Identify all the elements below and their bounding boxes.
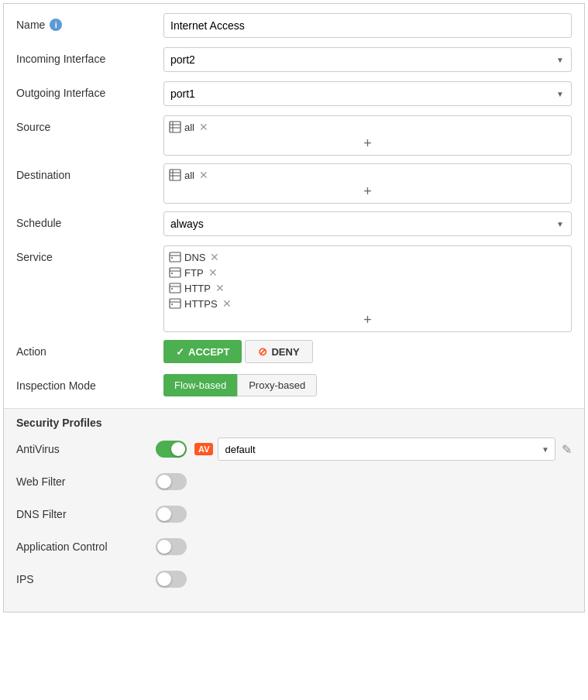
dns-filter-label: DNS Filter <box>16 508 156 520</box>
service-http-text: HTTP <box>184 283 211 294</box>
svg-point-10 <box>171 257 173 259</box>
destination-label: Destination <box>16 163 163 181</box>
destination-tag-container: all ✕ + <box>163 163 572 204</box>
antivirus-toggle[interactable] <box>156 441 187 458</box>
antivirus-toggle-knob <box>171 442 185 456</box>
deny-circle-icon: ⊘ <box>258 345 267 358</box>
service-row: Service DNS ✕ <box>16 245 572 332</box>
antivirus-row: AntiVirus AV default strict custom ✎ <box>16 437 572 462</box>
name-input[interactable] <box>163 13 572 38</box>
proxy-based-button[interactable]: Proxy-based <box>237 374 317 396</box>
ips-row: IPS <box>16 567 572 592</box>
destination-tag-all: all ✕ <box>169 169 210 181</box>
app-control-toggle[interactable] <box>156 538 187 555</box>
dns-filter-toggle[interactable] <box>156 506 187 523</box>
schedule-select-wrapper: always once recurring <box>163 211 572 236</box>
schedule-field: always once recurring <box>163 211 572 236</box>
name-info-icon[interactable]: i <box>50 19 62 31</box>
flow-based-button[interactable]: Flow-based <box>163 374 237 396</box>
incoming-interface-select-wrapper: port2 port1 port3 <box>163 47 572 72</box>
service-https-close[interactable]: ✕ <box>221 297 233 310</box>
service-ftp-text: FTP <box>184 267 204 279</box>
service-https-icon <box>169 297 181 310</box>
source-field: all ✕ + <box>163 115 572 156</box>
policy-form: Name i Incoming Interface port2 port1 po… <box>3 3 585 612</box>
schedule-label-text: Schedule <box>16 217 61 229</box>
service-label-text: Service <box>16 251 53 263</box>
dns-filter-toggle-knob <box>157 507 171 521</box>
service-http-icon <box>169 282 181 294</box>
accept-button[interactable]: ✓ ACCEPT <box>163 340 242 363</box>
service-https-text: HTTPS <box>184 298 218 310</box>
service-tag-https: HTTPS ✕ <box>169 297 233 310</box>
destination-all-close[interactable]: ✕ <box>198 169 210 181</box>
ips-toggle-knob <box>157 572 171 586</box>
service-http-close[interactable]: ✕ <box>214 282 226 294</box>
action-label: Action <box>16 340 163 358</box>
source-address-icon <box>169 121 181 133</box>
incoming-interface-row: Incoming Interface port2 port1 port3 <box>16 47 572 74</box>
service-tag-ftp-row: FTP ✕ <box>169 265 566 280</box>
accept-label: ACCEPT <box>188 346 229 358</box>
outgoing-interface-row: Outgoing Interface port1 port2 port3 <box>16 81 572 108</box>
svg-rect-8 <box>170 252 181 262</box>
antivirus-toggle-slider <box>156 441 187 458</box>
source-all-close[interactable]: ✕ <box>198 121 210 133</box>
destination-label-text: Destination <box>16 169 70 181</box>
action-field: ✓ ACCEPT ⊘ DENY <box>163 340 572 363</box>
outgoing-interface-select[interactable]: port1 port2 port3 <box>163 81 572 106</box>
svg-rect-11 <box>170 268 181 277</box>
source-tag-row: all ✕ <box>169 119 566 135</box>
dns-filter-row: DNS Filter <box>16 502 572 527</box>
proxy-based-label: Proxy-based <box>249 379 305 391</box>
service-tag-http-row: HTTP ✕ <box>169 280 566 296</box>
security-profiles-title: Security Profiles <box>16 417 572 429</box>
service-label: Service <box>16 245 163 263</box>
service-dns-close[interactable]: ✕ <box>208 251 221 263</box>
incoming-interface-select[interactable]: port2 port1 port3 <box>163 47 572 72</box>
destination-add-button[interactable]: + <box>169 183 566 200</box>
action-row: Action ✓ ACCEPT ⊘ DENY <box>16 340 572 366</box>
web-filter-label: Web Filter <box>16 475 156 488</box>
inspection-mode-label: Inspection Mode <box>16 374 163 392</box>
schedule-select[interactable]: always once recurring <box>163 211 572 236</box>
ips-toggle[interactable] <box>156 571 187 588</box>
svg-rect-0 <box>170 122 181 132</box>
deny-label: DENY <box>271 346 299 358</box>
app-control-row: Application Control <box>16 534 572 559</box>
app-control-toggle-knob <box>157 540 171 554</box>
antivirus-edit-icon[interactable]: ✎ <box>562 442 572 457</box>
av-badge: AV <box>194 443 213 455</box>
source-tag-container: all ✕ + <box>163 115 572 156</box>
web-filter-row: Web Filter <box>16 469 572 494</box>
deny-button[interactable]: ⊘ DENY <box>245 340 312 363</box>
incoming-interface-field: port2 port1 port3 <box>163 47 572 72</box>
app-control-label: Application Control <box>16 540 156 553</box>
service-tag-dns: DNS ✕ <box>169 251 221 263</box>
source-all-text: all <box>184 122 194 133</box>
name-field <box>163 13 572 38</box>
av-select-wrapper: default strict custom <box>218 438 555 461</box>
incoming-interface-label-text: Incoming Interface <box>16 53 105 65</box>
outgoing-interface-label-text: Outgoing Interface <box>16 87 105 99</box>
source-add-button[interactable]: + <box>169 135 566 152</box>
inspection-mode-label-text: Inspection Mode <box>16 379 96 392</box>
svg-rect-14 <box>170 283 181 293</box>
schedule-row: Schedule always once recurring <box>16 211 572 238</box>
service-ftp-close[interactable]: ✕ <box>207 266 219 279</box>
source-tag-all: all ✕ <box>169 121 210 133</box>
name-label-text: Name <box>16 19 45 31</box>
destination-tag-row: all ✕ <box>169 167 566 183</box>
service-tag-dns-row: DNS ✕ <box>169 249 566 265</box>
service-add-button[interactable]: + <box>169 311 566 328</box>
service-tag-ftp: FTP ✕ <box>169 266 219 279</box>
flow-based-label: Flow-based <box>174 379 226 391</box>
schedule-label: Schedule <box>16 211 163 229</box>
antivirus-select[interactable]: default strict custom <box>218 438 555 461</box>
ips-toggle-slider <box>156 571 187 588</box>
app-control-toggle-slider <box>156 538 187 555</box>
svg-point-16 <box>171 288 173 290</box>
web-filter-toggle-knob <box>157 475 171 489</box>
svg-rect-17 <box>170 299 181 308</box>
web-filter-toggle[interactable] <box>156 473 187 490</box>
